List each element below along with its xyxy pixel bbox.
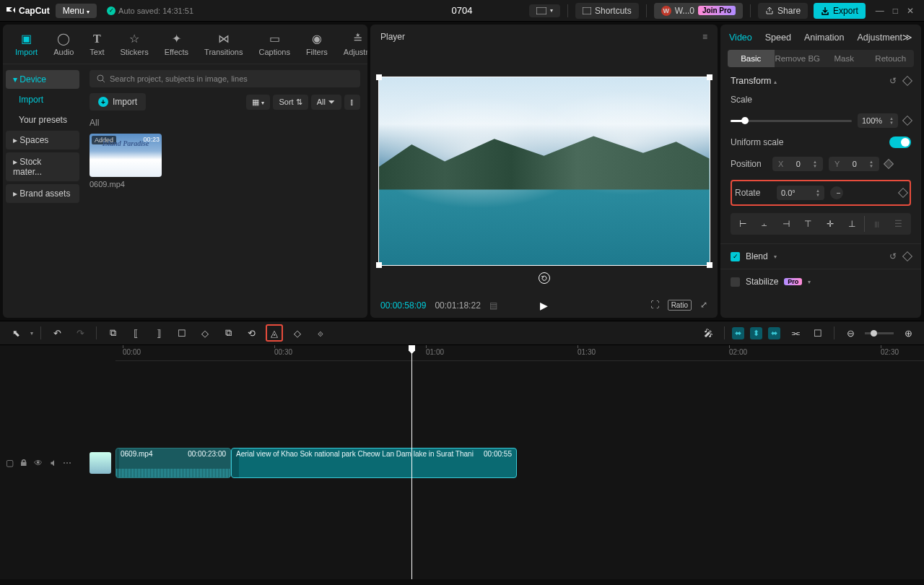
- player-canvas[interactable]: [378, 77, 710, 266]
- tab-adjustment-r[interactable]: Adjustment≫: [858, 32, 913, 43]
- search-input[interactable]: Search project, subjects in image, lines: [90, 70, 360, 87]
- crop-button[interactable]: ⟐: [312, 324, 329, 342]
- distribute-h-button[interactable]: ⫼: [868, 216, 886, 232]
- subtab-removebg[interactable]: Remove BG: [775, 50, 821, 67]
- keyframe-scale-button[interactable]: [902, 116, 912, 126]
- tab-import[interactable]: ▣Import: [9, 29, 44, 59]
- project-name[interactable]: 0704: [452, 5, 473, 16]
- blend-section[interactable]: ✓ Blend ▾ ↺: [720, 243, 921, 269]
- zoom-slider[interactable]: [865, 332, 894, 334]
- shortcuts-button[interactable]: Shortcuts: [575, 3, 639, 19]
- scale-fit-button[interactable]: ⛶: [650, 300, 659, 311]
- reset-transform-icon[interactable]: ↺: [889, 76, 897, 86]
- media-thumbnail[interactable]: Added 00:23 Island Paradise: [90, 134, 162, 177]
- aspect-button[interactable]: ▾: [529, 4, 560, 17]
- keyframe-blend-button[interactable]: [902, 251, 912, 261]
- redo-button[interactable]: ↷: [71, 324, 89, 342]
- scale-input[interactable]: 100%▲▼: [858, 113, 898, 128]
- sidebar-item-import[interactable]: Import: [6, 90, 79, 109]
- tab-animation[interactable]: Animation: [804, 32, 845, 43]
- align-bottom-button[interactable]: ⊥: [842, 216, 861, 232]
- track-lock-icon[interactable]: 🔒︎: [19, 458, 28, 468]
- sidebar-item-brand[interactable]: ▸ Brand assets: [6, 184, 79, 203]
- rotate-input[interactable]: 0.0°▲▼: [777, 186, 824, 200]
- marker-button[interactable]: ◇: [196, 324, 214, 342]
- timeline-clip-2[interactable]: Aerial view of Khao Sok national park Ch…: [231, 448, 517, 478]
- tab-speed[interactable]: Speed: [765, 32, 791, 43]
- rotate-tool-button[interactable]: ◇: [289, 324, 306, 342]
- tab-filters[interactable]: ◉Filters: [300, 29, 334, 59]
- cover-thumbnail[interactable]: [90, 452, 111, 474]
- position-y-input[interactable]: Y0▲▼: [829, 157, 879, 171]
- trim-right-button[interactable]: ⟧: [150, 324, 167, 342]
- transform-header[interactable]: Transform ▴: [731, 76, 777, 86]
- reset-blend-icon[interactable]: ↺: [889, 251, 897, 261]
- sidebar-item-device[interactable]: ▾ Device: [6, 70, 79, 89]
- position-x-input[interactable]: X0▲▼: [772, 157, 823, 171]
- timeline[interactable]: 00:00 00:30 01:00 01:30 02:00 02:30 ▢ 🔒︎…: [0, 345, 924, 579]
- align-center-h-button[interactable]: ⫠: [755, 216, 774, 232]
- workspace-button[interactable]: WW...0Join Pro: [654, 3, 743, 19]
- subtab-mask[interactable]: Mask: [821, 50, 868, 67]
- timeline-ruler[interactable]: 00:00 00:30 01:00 01:30 02:00 02:30: [116, 345, 924, 361]
- delete-button[interactable]: ☐: [173, 324, 191, 342]
- fullscreen-button[interactable]: ⤢: [700, 300, 707, 311]
- undo-button[interactable]: ↶: [48, 324, 66, 342]
- rotate-dial[interactable]: [830, 186, 843, 199]
- timeline-clip-1[interactable]: 0609.mp400:00:23:00: [116, 448, 231, 478]
- reverse-button[interactable]: ⟲: [243, 324, 260, 342]
- zoom-in-button[interactable]: ⊕: [899, 324, 917, 342]
- zoom-out-button[interactable]: ⊖: [842, 324, 859, 342]
- tab-captions[interactable]: ▭Captions: [252, 29, 296, 59]
- share-button[interactable]: Share: [758, 3, 808, 19]
- split-button[interactable]: ⧉: [104, 324, 121, 342]
- stabilize-checkbox[interactable]: [731, 277, 740, 287]
- tab-transitions[interactable]: ⋈Transitions: [198, 29, 249, 59]
- tab-text[interactable]: TText: [83, 30, 110, 59]
- track-more-icon[interactable]: ⋯: [63, 458, 71, 468]
- import-button[interactable]: +Import: [90, 93, 146, 110]
- scale-slider[interactable]: [731, 120, 852, 122]
- distribute-v-button[interactable]: ☰: [889, 216, 908, 232]
- subtab-retouch[interactable]: Retouch: [868, 50, 915, 67]
- tab-adjustment[interactable]: ≛Adjustm: [337, 29, 367, 59]
- align-left-button[interactable]: ⊢: [733, 216, 752, 232]
- blend-checkbox[interactable]: ✓: [731, 252, 740, 261]
- rotation-handle[interactable]: [539, 272, 550, 284]
- align-right-button[interactable]: ⊣: [777, 216, 796, 232]
- track-cover-icon[interactable]: ▢: [6, 458, 14, 468]
- view-grid-button[interactable]: ▦ ▾: [246, 95, 270, 110]
- close-button[interactable]: ✕: [907, 6, 914, 16]
- track-visible-icon[interactable]: 👁︎: [34, 458, 43, 468]
- preview-button[interactable]: ☐: [809, 324, 827, 342]
- mirror-button[interactable]: ◬: [266, 324, 283, 342]
- align-top-button[interactable]: ⊤: [798, 216, 817, 232]
- minimize-button[interactable]: ―: [876, 6, 884, 16]
- tab-video[interactable]: Video: [729, 32, 752, 43]
- ratio-button[interactable]: Ratio: [668, 300, 692, 311]
- link-button[interactable]: ⫘: [786, 324, 803, 342]
- sidebar-item-spaces[interactable]: ▸ Spaces: [6, 131, 79, 150]
- snap-2-button[interactable]: ⬍: [750, 327, 762, 339]
- snap-3-button[interactable]: ⬌: [768, 327, 780, 339]
- subtab-basic[interactable]: Basic: [728, 50, 775, 67]
- filter-button[interactable]: ⫿: [344, 95, 360, 110]
- sidebar-item-stock[interactable]: ▸ Stock mater...: [6, 152, 79, 181]
- menu-button[interactable]: Menu ▾: [56, 4, 97, 18]
- uniform-scale-toggle[interactable]: [889, 136, 911, 148]
- mic-button[interactable]: 🎤︎: [699, 324, 717, 342]
- select-tool[interactable]: ⬉: [7, 324, 25, 342]
- keyframe-position-button[interactable]: [884, 159, 894, 169]
- duplicate-button[interactable]: ⧉: [219, 324, 237, 342]
- maximize-button[interactable]: □: [893, 6, 898, 16]
- player-menu-icon[interactable]: ≡: [702, 32, 707, 42]
- trim-left-button[interactable]: ⟦: [127, 324, 144, 342]
- keyframe-transform-button[interactable]: [902, 76, 912, 86]
- snap-1-button[interactable]: ⬌: [732, 327, 744, 339]
- track-mute-icon[interactable]: 🔈︎: [48, 458, 57, 468]
- tab-effects[interactable]: ✦Effects: [158, 29, 195, 59]
- sort-button[interactable]: Sort ⇅: [273, 95, 308, 110]
- export-button[interactable]: Export: [814, 3, 866, 19]
- filter-all-button[interactable]: All ⏷: [311, 95, 341, 110]
- tab-stickers[interactable]: ☆Stickers: [114, 29, 155, 59]
